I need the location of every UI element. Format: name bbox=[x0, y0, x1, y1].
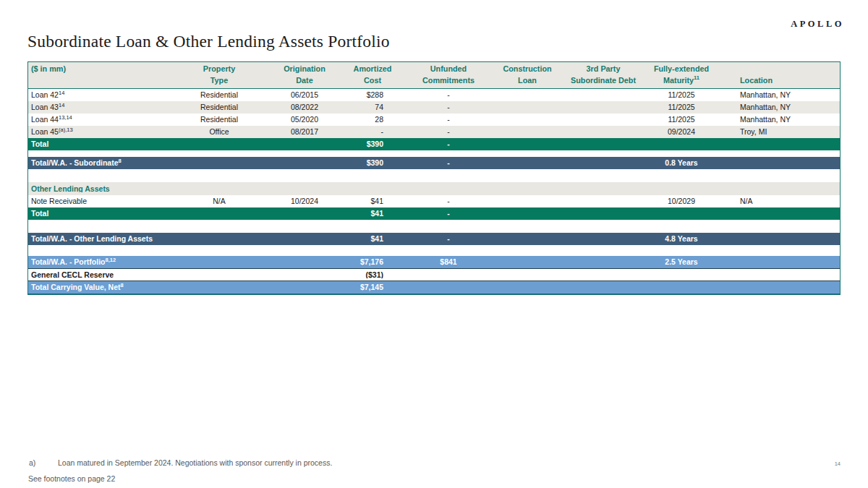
loan-label: Loan 4214 bbox=[28, 91, 176, 99]
origination-date-cell: 08/2022 bbox=[262, 103, 347, 111]
origination-date-cell: 08/2017 bbox=[262, 128, 347, 136]
header-origination-date: OriginationDate bbox=[262, 62, 347, 88]
amortized-cost-cell: $288 bbox=[347, 91, 398, 99]
unfunded-cell: - bbox=[398, 210, 499, 218]
amortized-cost-cell: $41 bbox=[347, 210, 398, 218]
portfolio-table: ($ in mm) PropertyType OriginationDate A… bbox=[27, 61, 841, 295]
table-row-loan-43: Loan 4314 Residential 08/2022 74 - 11/20… bbox=[28, 101, 840, 114]
total-label: Total bbox=[28, 210, 176, 218]
header-property-type: PropertyType bbox=[176, 62, 262, 88]
footnote-a: a) Loan matured in September 2024. Negot… bbox=[29, 458, 332, 467]
loan-label: Loan 4413,14 bbox=[28, 116, 176, 124]
location-cell: N/A bbox=[712, 197, 840, 205]
table-header-row: ($ in mm) PropertyType OriginationDate A… bbox=[28, 62, 840, 89]
maturity-cell: 11/2025 bbox=[651, 103, 712, 111]
spacer-row bbox=[28, 169, 840, 182]
amortized-cost-cell: - bbox=[347, 128, 398, 136]
unfunded-cell: - bbox=[398, 159, 499, 167]
header-location: Location bbox=[712, 62, 840, 88]
page-number: 14 bbox=[835, 461, 841, 467]
subtotal-label: Total/W.A. - Subordinate8 bbox=[28, 159, 176, 167]
unfunded-cell: $841 bbox=[398, 258, 499, 266]
origination-date-cell: 10/2024 bbox=[262, 197, 347, 205]
unfunded-cell: - bbox=[398, 116, 499, 124]
unfunded-cell: - bbox=[398, 235, 499, 243]
loan-label: Loan 45(a),13 bbox=[28, 128, 176, 136]
property-type-cell: Residential bbox=[176, 91, 262, 99]
footnote-marker: a) bbox=[29, 458, 58, 467]
header-amortized-cost: AmortizedCost bbox=[347, 62, 398, 88]
unfunded-cell: - bbox=[398, 128, 499, 136]
origination-date-cell: 05/2020 bbox=[262, 116, 347, 124]
amortized-cost-cell: $7,176 bbox=[347, 258, 398, 266]
spacer-row bbox=[28, 245, 840, 256]
amortized-cost-cell: 74 bbox=[347, 103, 398, 111]
see-footnotes-note: See footnotes on page 22 bbox=[28, 474, 115, 483]
maturity-cell: 0.8 Years bbox=[651, 159, 712, 167]
spacer-row bbox=[28, 150, 840, 157]
loan-label: Loan 4314 bbox=[28, 103, 176, 111]
total-subordinate-row: Total $390 - bbox=[28, 138, 840, 150]
wa-other-lending-row: Total/W.A. - Other Lending Assets $41 - … bbox=[28, 233, 840, 245]
maturity-cell: 11/2025 bbox=[651, 116, 712, 124]
amortized-cost-cell: $41 bbox=[347, 197, 398, 205]
header-construction-loan: ConstructionLoan bbox=[499, 62, 556, 88]
header-unfunded-commitments: UnfundedCommitments bbox=[398, 62, 499, 88]
header-fully-extended-maturity: Fully-extendedMaturity11 bbox=[651, 62, 712, 88]
unfunded-cell: - bbox=[398, 197, 499, 205]
location-cell: Manhattan, NY bbox=[712, 103, 840, 111]
table-row-loan-44: Loan 4413,14 Residential 05/2020 28 - 11… bbox=[28, 114, 840, 126]
amortized-cost-cell: ($31) bbox=[347, 271, 398, 279]
total-label: Total bbox=[28, 140, 176, 148]
table-row-loan-42: Loan 4214 Residential 06/2015 $288 - 11/… bbox=[28, 89, 840, 101]
property-type-cell: Residential bbox=[176, 116, 262, 124]
wa-portfolio-row: Total/W.A. - Portfolio8,12 $7,176 $841 2… bbox=[28, 256, 840, 268]
carrying-value-label: Total Carrying Value, Net8 bbox=[28, 283, 176, 291]
total-other-row: Total $41 - bbox=[28, 207, 840, 220]
location-cell: Manhattan, NY bbox=[712, 91, 840, 99]
apollo-logo: APOLLO bbox=[791, 19, 844, 30]
cecl-label: General CECL Reserve bbox=[28, 271, 176, 279]
property-type-cell: Residential bbox=[176, 103, 262, 111]
section-label: Other Lending Assets bbox=[28, 185, 176, 193]
location-cell: Manhattan, NY bbox=[712, 116, 840, 124]
loan-label: Note Receivable bbox=[28, 197, 176, 205]
cecl-reserve-row: General CECL Reserve ($31) bbox=[28, 268, 840, 281]
page-title: Subordinate Loan & Other Lending Assets … bbox=[27, 32, 390, 51]
footnote-text: Loan matured in September 2024. Negotiat… bbox=[58, 458, 332, 467]
maturity-cell: 4.8 Years bbox=[651, 235, 712, 243]
amortized-cost-cell: 28 bbox=[347, 116, 398, 124]
spacer-row bbox=[28, 220, 840, 233]
wa-subordinate-row: Total/W.A. - Subordinate8 $390 - 0.8 Yea… bbox=[28, 157, 840, 169]
origination-date-cell: 06/2015 bbox=[262, 91, 347, 99]
maturity-cell: 11/2025 bbox=[651, 91, 712, 99]
subtotal-label: Total/W.A. - Other Lending Assets bbox=[28, 235, 176, 243]
unfunded-cell: - bbox=[398, 91, 499, 99]
maturity-cell: 09/2024 bbox=[651, 128, 712, 136]
amortized-cost-cell: $390 bbox=[347, 159, 398, 167]
unfunded-cell: - bbox=[398, 140, 499, 148]
header-money-unit: ($ in mm) bbox=[28, 62, 176, 88]
total-carrying-value-row: Total Carrying Value, Net8 $7,145 bbox=[28, 281, 840, 294]
table-row-note-receivable: Note Receivable N/A 10/2024 $41 - 10/202… bbox=[28, 195, 840, 207]
amortized-cost-cell: $7,145 bbox=[347, 283, 398, 291]
amortized-cost-cell: $41 bbox=[347, 235, 398, 243]
property-type-cell: N/A bbox=[176, 197, 262, 205]
maturity-cell: 10/2029 bbox=[651, 197, 712, 205]
header-subordinate-debt: 3rd PartySubordinate Debt bbox=[556, 62, 651, 88]
table-row-loan-45: Loan 45(a),13 Office 08/2017 - - 09/2024… bbox=[28, 126, 840, 138]
portfolio-label: Total/W.A. - Portfolio8,12 bbox=[28, 258, 176, 266]
unfunded-cell: - bbox=[398, 103, 499, 111]
amortized-cost-cell: $390 bbox=[347, 140, 398, 148]
section-other-lending-assets: Other Lending Assets bbox=[28, 182, 840, 195]
location-cell: Troy, MI bbox=[712, 128, 840, 136]
maturity-cell: 2.5 Years bbox=[651, 258, 712, 266]
property-type-cell: Office bbox=[176, 128, 262, 136]
